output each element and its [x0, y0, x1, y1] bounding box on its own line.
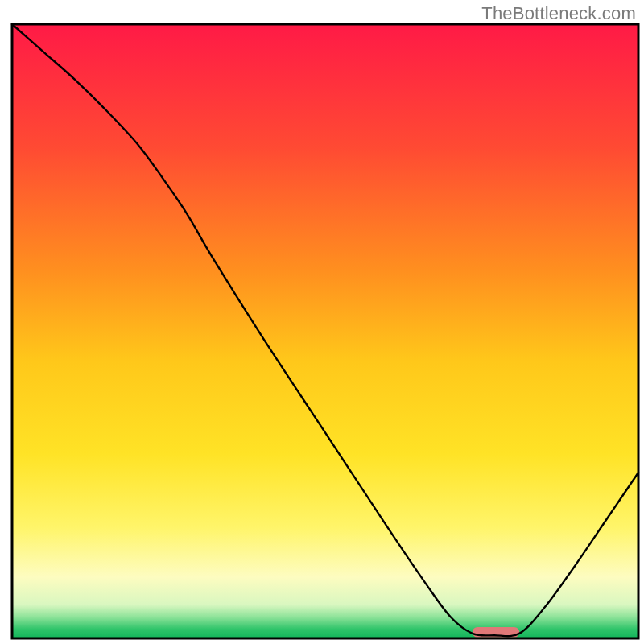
chart-background [12, 24, 638, 638]
watermark-text: TheBottleneck.com [481, 3, 636, 24]
chart-svg [0, 0, 644, 644]
bottleneck-chart: TheBottleneck.com [0, 0, 644, 644]
plot-area [12, 24, 638, 638]
